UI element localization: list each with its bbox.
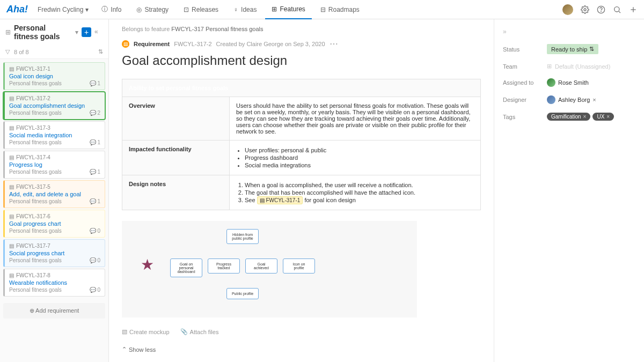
card-icon: ▤ (9, 125, 14, 131)
list-item: The goal that has been accomplished will… (245, 189, 474, 196)
more-menu-icon[interactable]: ⋯ (330, 39, 339, 49)
overview-text[interactable]: Users should have the ability to set per… (230, 97, 481, 141)
filter-icon[interactable]: ▽ (5, 48, 10, 55)
search-icon[interactable] (613, 5, 621, 14)
nav-icon: ◎ (136, 6, 142, 13)
requirement-card[interactable]: ▤FWCYL-317-3Social media integrationPers… (3, 121, 105, 149)
sort-icon[interactable]: ⇅ (98, 48, 103, 55)
create-mockup-button[interactable]: ▧Create mockup (122, 328, 170, 335)
svg-point-0 (584, 9, 586, 11)
reference-chip[interactable]: ▤ FWCYL-317-1 (257, 196, 303, 204)
comment-icon: 💬 (90, 169, 96, 175)
card-title: Goal accomplishment design (9, 102, 100, 109)
nav-strategy[interactable]: ◎Strategy (130, 0, 175, 19)
product-name: Fredwin Cycling (38, 6, 83, 13)
spec-header: Ability to set personal fitness goals (122, 79, 481, 97)
nav-icon: ⊡ (184, 6, 189, 13)
card-ref: FWCYL-317-2 (16, 95, 50, 101)
expand-aside-icon[interactable]: » (503, 28, 635, 35)
chevron-down-icon[interactable]: ▾ (75, 28, 78, 36)
assigned-person[interactable]: Rose Smith (547, 78, 589, 87)
remove-icon[interactable]: × (606, 114, 610, 120)
aside-panel: » Status Ready to ship⇅ Team ⊞Default (U… (494, 19, 644, 362)
sort-icon: ⇅ (589, 46, 594, 53)
card-icon: ▤ (9, 213, 14, 219)
status-dropdown[interactable]: Ready to ship⇅ (547, 44, 598, 54)
svg-line-4 (619, 11, 620, 13)
nav-icon: ⊟ (320, 6, 326, 13)
comment-count: 💬0 (90, 287, 100, 293)
list-item: Social media integrations (245, 162, 474, 168)
comment-count: 💬1 (90, 139, 100, 145)
nav-roadmaps[interactable]: ⊟Roadmaps (314, 0, 366, 19)
show-less-toggle[interactable]: ⌃ Show less (122, 342, 481, 357)
requirement-card[interactable]: ▤FWCYL-317-4Progress logPersonal fitness… (3, 151, 105, 179)
breadcrumb-link[interactable]: FWCYL-317 Personal fitness goals (171, 26, 263, 32)
list-item: User profiles: personal & public (245, 147, 474, 153)
remove-icon[interactable]: × (583, 114, 587, 120)
requirement-card[interactable]: ▤FWCYL-317-8Wearable notificationsPerson… (3, 269, 105, 297)
gear-icon[interactable] (581, 5, 589, 14)
nav-info[interactable]: ⓘInfo (95, 0, 128, 19)
card-project: Personal fitness goals (9, 80, 62, 86)
team-field[interactable]: ⊞Default (Unassigned) (547, 63, 610, 70)
card-ref: FWCYL-317-5 (16, 184, 50, 190)
breadcrumb: Belongs to feature FWCYL-317 Personal fi… (122, 26, 481, 32)
user-avatar[interactable] (562, 4, 573, 15)
nav-features[interactable]: ⊞Features (265, 0, 311, 19)
attach-files-button[interactable]: 📎Attach files (180, 328, 219, 335)
nav-releases[interactable]: ⊡Releases (177, 0, 225, 19)
plus-circle-icon: ⊕ (30, 307, 34, 314)
requirement-card[interactable]: ▤FWCYL-317-7Social progress chartPersona… (3, 239, 105, 267)
diagram-image[interactable]: ★ Goal on personal dashboard Progress tr… (122, 221, 417, 317)
add-button[interactable]: + (82, 27, 91, 37)
card-ref: FWCYL-317-6 (16, 213, 50, 219)
tags-label: Tags (503, 114, 540, 120)
design-list[interactable]: When a goal is accomplished, the user wi… (230, 175, 481, 210)
team-label: Team (503, 63, 540, 70)
card-icon: ▤ (9, 154, 14, 160)
requirement-card[interactable]: ▤FWCYL-317-5Add, edit, and delete a goal… (3, 180, 105, 208)
comment-icon: 💬 (90, 80, 96, 86)
card-ref: FWCYL-317-8 (16, 272, 50, 278)
remove-icon[interactable]: × (592, 97, 596, 103)
comment-icon: 💬 (90, 139, 96, 145)
record-type: Requirement (134, 41, 170, 47)
card-ref: FWCYL-317-4 (16, 154, 50, 160)
product-switcher[interactable]: Fredwin Cycling ▾ (33, 4, 93, 16)
collapse-icon: ⌃ (122, 346, 127, 353)
diagram-node: Icon on profile (283, 258, 315, 274)
tags-field[interactable]: Gamification ×UX × (547, 113, 616, 121)
chevron-down-icon: ▾ (85, 6, 89, 13)
designer-label: Designer (503, 97, 540, 103)
requirement-card[interactable]: ▤FWCYL-317-6Goal progress chartPersonal … (3, 210, 105, 238)
requirement-card[interactable]: ▤FWCYL-317-2Goal accomplishment designPe… (3, 92, 105, 120)
plus-icon[interactable] (629, 5, 638, 14)
designer-person[interactable]: Ashley Borg× (547, 95, 596, 104)
logo[interactable]: Aha! (6, 4, 28, 15)
team-icon: ⊞ (547, 63, 552, 70)
page-title[interactable]: Goal accomplishment design (122, 53, 481, 68)
card-project: Personal fitness goals (9, 169, 62, 175)
comment-icon: 💬 (90, 228, 96, 234)
comment-count: 💬2 (90, 110, 100, 116)
add-requirement-button[interactable]: ⊕ Add requirement (3, 303, 105, 319)
comment-count: 💬0 (90, 228, 100, 234)
card-icon: ▤ (9, 243, 14, 249)
collapse-sidebar-icon[interactable]: « (94, 28, 103, 36)
card-title: Progress log (9, 161, 100, 168)
card-title: Add, edit, and delete a goal (9, 191, 100, 197)
impacted-list[interactable]: User profiles: personal & publicProgress… (230, 141, 481, 175)
card-project: Personal fitness goals (9, 228, 62, 234)
diagram-node: Goal achieved (245, 258, 277, 274)
requirement-card[interactable]: ▤FWCYL-317-1Goal icon designPersonal fit… (3, 62, 105, 90)
nav-ideas[interactable]: ♀Ideas (227, 0, 263, 19)
tag-chip[interactable]: UX × (592, 113, 614, 121)
card-title: Wearable notifications (9, 279, 100, 286)
tag-chip[interactable]: Gamification × (547, 113, 590, 121)
card-title: Goal progress chart (9, 220, 100, 227)
comment-icon: 💬 (90, 257, 96, 263)
sidebar-title[interactable]: Personal fitness goals (14, 24, 72, 41)
help-icon[interactable] (597, 5, 605, 14)
diagram-node: Public profile (226, 288, 259, 299)
